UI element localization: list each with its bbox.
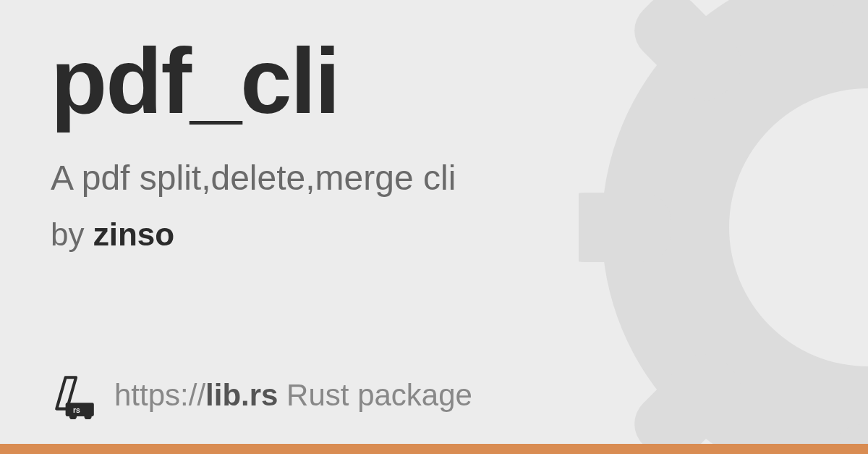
author-name: zinso: [93, 217, 174, 252]
accent-bar: [0, 444, 868, 454]
svg-point-12: [85, 414, 90, 419]
url-suffix: Rust package: [278, 378, 472, 412]
author-line: by zinso: [51, 217, 817, 253]
package-name: pdf_cli: [51, 35, 817, 127]
url-domain: lib.rs: [205, 378, 278, 412]
url-prefix: https://: [114, 378, 205, 412]
url-line: https://lib.rs Rust package: [114, 378, 472, 413]
package-description: A pdf split,delete,merge cli: [51, 158, 817, 198]
footer: rs https://lib.rs Rust package: [51, 371, 472, 419]
svg-text:rs: rs: [73, 406, 80, 414]
by-prefix: by: [51, 217, 93, 252]
librs-logo-icon: rs: [51, 371, 98, 419]
svg-point-11: [71, 414, 75, 419]
